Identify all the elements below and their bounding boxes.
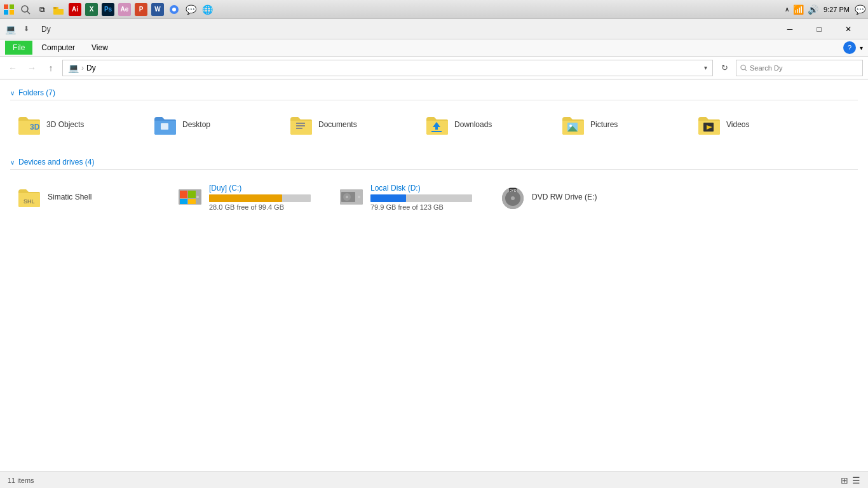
svg-rect-29	[180, 191, 187, 198]
search-icon	[740, 64, 747, 72]
close-button[interactable]: ✕	[834, 20, 863, 39]
address-path[interactable]: 💻 › Dy ▾	[62, 60, 713, 76]
svg-rect-33	[196, 196, 199, 198]
folder-label-3d-objects: 3D Objects	[46, 120, 84, 129]
notification-icon[interactable]: 💬	[855, 4, 865, 15]
drives-section-header[interactable]: ∨ Devices and drives (4)	[10, 154, 858, 170]
word-taskbar[interactable]: W	[151, 3, 164, 16]
minimize-button[interactable]: ─	[775, 20, 804, 39]
edge-taskbar[interactable]: 🌐	[201, 3, 214, 16]
folder-label-videos: Videos	[726, 120, 749, 129]
maximize-button[interactable]: □	[804, 20, 834, 39]
folders-chevron-icon: ∨	[10, 90, 15, 97]
svg-rect-8	[53, 7, 57, 9]
excel-taskbar[interactable]: X	[85, 3, 98, 16]
drive-bar-bg-d	[370, 194, 472, 202]
taskbar: ⧉ Ai X Ps Ae P W 💬 🌐 ∧ 📶 🔊	[0, 0, 868, 19]
chrome-taskbar[interactable]	[168, 3, 180, 16]
drive-item-dvd[interactable]: DVD DVD RW Drive (E:)	[494, 175, 653, 219]
drive-label-simatic: Simatic Shell	[48, 193, 92, 201]
volume-icon[interactable]: 🔊	[808, 4, 818, 15]
folder-label-pictures: Pictures	[590, 120, 618, 129]
taskbar-left: ⧉ Ai X Ps Ae P W 💬 🌐	[3, 3, 214, 16]
svg-rect-1	[10, 4, 14, 9]
svg-point-4	[22, 6, 28, 12]
search-taskbar-icon[interactable]	[19, 3, 32, 16]
search-box[interactable]	[736, 60, 863, 76]
search-input[interactable]	[750, 64, 858, 72]
tab-file[interactable]: File	[5, 41, 32, 55]
drive-icon-c	[177, 184, 203, 210]
svg-rect-30	[188, 191, 196, 198]
tab-view[interactable]: View	[84, 41, 116, 55]
svg-rect-14	[161, 123, 168, 130]
folder-item-pictures[interactable]: Pictures	[554, 105, 688, 144]
svg-text:3D: 3D	[30, 123, 40, 132]
ps-taskbar[interactable]: Ps	[102, 3, 114, 16]
svg-line-12	[745, 69, 747, 71]
folder-label-desktop: Desktop	[182, 120, 210, 129]
folder-item-3d-objects[interactable]: 3D 3D Objects	[10, 105, 144, 144]
drive-space-c: 28.0 GB free of 99.4 GB	[209, 203, 325, 211]
titlebar: 💻 ⬇ Dy ─ □ ✕	[0, 19, 868, 39]
folders-section-header[interactable]: ∨ Folders (7)	[10, 85, 858, 100]
drive-name-d: Local Disk (D:)	[370, 184, 486, 193]
folder-label-documents: Documents	[318, 120, 357, 129]
svg-point-39	[346, 196, 348, 198]
titlebar-left: 💻 ⬇ Dy	[5, 22, 51, 37]
powerpoint-taskbar[interactable]: P	[135, 3, 147, 16]
folder-icon-downloads	[424, 112, 449, 137]
ribbon-expand-icon[interactable]: ▾	[860, 44, 863, 51]
ribbon: File Computer View ? ▾	[0, 39, 868, 57]
drive-item-simatic[interactable]: SHL Simatic Shell	[10, 175, 169, 219]
window-icon: 💻	[5, 24, 16, 34]
system-clock[interactable]: 9:27 PM	[824, 6, 850, 13]
drive-info-c: [Duy] (C:) 28.0 GB free of 99.4 GB	[209, 184, 325, 211]
details-view-btn[interactable]: ☰	[852, 475, 860, 485]
svg-rect-3	[10, 10, 14, 15]
folder-icon-desktop	[152, 112, 177, 137]
help-button[interactable]: ?	[843, 41, 856, 54]
address-dropdown[interactable]: ▾	[704, 64, 707, 71]
drive-item-d[interactable]: Local Disk (D:) 79.9 GB free of 123 GB	[333, 175, 492, 219]
wifi-icon: 📶	[793, 4, 804, 15]
folder-item-desktop[interactable]: Desktop	[146, 105, 280, 144]
drive-bar-fill-c	[209, 194, 282, 202]
ae-taskbar[interactable]: Ae	[118, 3, 131, 16]
folder-label-downloads: Downloads	[454, 120, 492, 129]
svg-rect-20	[431, 131, 442, 132]
main-content: ∨ Folders (7) 3D 3D Objects Desktop	[0, 79, 868, 472]
svg-rect-37	[358, 196, 360, 198]
up-button[interactable]: ↑	[43, 60, 58, 76]
adobe-taskbar[interactable]: Ai	[69, 3, 81, 16]
messenger-taskbar[interactable]: 💬	[184, 3, 197, 16]
system-tray: ∧ 📶 🔊	[785, 4, 818, 15]
properties-quick-btn[interactable]: ⬇	[18, 22, 34, 37]
start-button[interactable]	[3, 3, 15, 16]
svg-rect-2	[4, 10, 8, 15]
drive-space-d: 79.9 GB free of 123 GB	[370, 203, 486, 211]
folder-item-documents[interactable]: Documents	[282, 105, 416, 144]
large-icons-view-btn[interactable]: ⊞	[841, 475, 848, 485]
computer-icon: 💻	[68, 63, 79, 73]
back-button[interactable]: ←	[5, 60, 20, 76]
drive-bar-bg-c	[209, 194, 311, 202]
taskbar-right: ∧ 📶 🔊 9:27 PM 💬	[785, 4, 865, 15]
ribbon-tabs: File Computer View ? ▾	[0, 39, 868, 56]
refresh-button[interactable]: ↻	[717, 60, 732, 76]
file-explorer-taskbar[interactable]	[52, 3, 65, 16]
tray-chevron[interactable]: ∧	[785, 6, 789, 13]
drive-item-c[interactable]: [Duy] (C:) 28.0 GB free of 99.4 GB	[172, 175, 330, 219]
svg-rect-7	[57, 9, 64, 15]
drive-name-c: [Duy] (C:)	[209, 184, 325, 193]
folder-item-videos[interactable]: Videos	[690, 105, 824, 144]
forward-button[interactable]: →	[24, 60, 39, 76]
task-view-icon[interactable]: ⧉	[36, 3, 48, 16]
svg-point-10	[172, 8, 176, 11]
svg-rect-16	[296, 125, 305, 126]
drive-icon-dvd: DVD	[500, 184, 526, 210]
tab-computer[interactable]: Computer	[34, 41, 83, 55]
folder-icon-videos	[696, 112, 721, 137]
drives-section-label: Devices and drives (4)	[18, 158, 94, 166]
folder-item-downloads[interactable]: Downloads	[418, 105, 552, 144]
